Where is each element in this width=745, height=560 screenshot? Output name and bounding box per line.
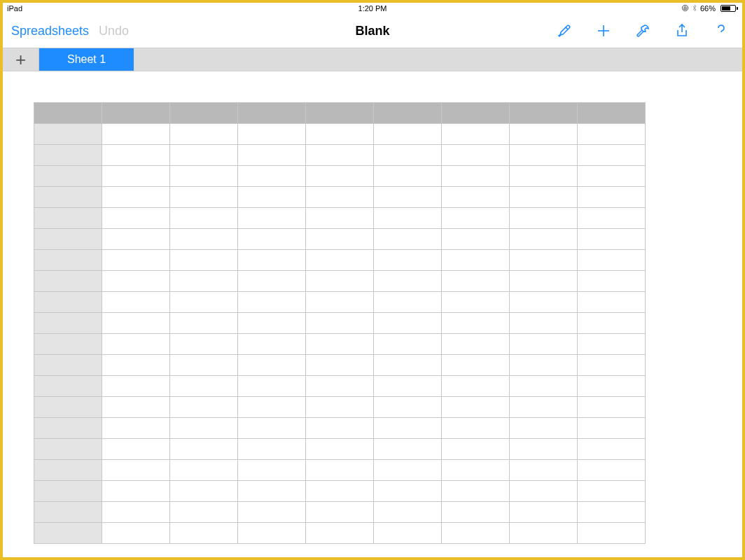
cell[interactable] [306, 292, 374, 313]
cell[interactable] [578, 397, 646, 418]
cell[interactable] [510, 187, 578, 208]
cell[interactable] [102, 460, 170, 481]
cell[interactable] [510, 523, 578, 544]
cell[interactable] [374, 481, 442, 502]
cell[interactable] [578, 145, 646, 166]
cell[interactable] [510, 124, 578, 145]
cell[interactable] [170, 355, 238, 376]
cell[interactable] [238, 439, 306, 460]
cell[interactable] [510, 292, 578, 313]
row-header[interactable] [34, 502, 102, 523]
cell[interactable] [306, 523, 374, 544]
cell[interactable] [374, 250, 442, 271]
row-header[interactable] [34, 418, 102, 439]
cell[interactable] [374, 271, 442, 292]
cell[interactable] [170, 481, 238, 502]
cell[interactable] [238, 418, 306, 439]
cell[interactable] [238, 208, 306, 229]
cell[interactable] [170, 145, 238, 166]
cell[interactable] [170, 166, 238, 187]
column-header[interactable] [238, 103, 306, 124]
column-header[interactable] [442, 103, 510, 124]
cell[interactable] [306, 229, 374, 250]
grid-corner[interactable] [34, 103, 102, 124]
cell[interactable] [102, 124, 170, 145]
cell[interactable] [442, 502, 510, 523]
cell[interactable] [170, 397, 238, 418]
cell[interactable] [578, 439, 646, 460]
cell[interactable] [442, 397, 510, 418]
cell[interactable] [170, 313, 238, 334]
cell[interactable] [306, 481, 374, 502]
cell[interactable] [170, 502, 238, 523]
cell[interactable] [578, 124, 646, 145]
cell[interactable] [374, 208, 442, 229]
cell[interactable] [306, 313, 374, 334]
spreadsheet-grid[interactable] [34, 102, 646, 544]
cell[interactable] [510, 166, 578, 187]
cell[interactable] [578, 313, 646, 334]
cell[interactable] [442, 229, 510, 250]
cell[interactable] [170, 124, 238, 145]
cell[interactable] [170, 376, 238, 397]
cell[interactable] [306, 439, 374, 460]
cell[interactable] [306, 418, 374, 439]
cell[interactable] [102, 523, 170, 544]
plus-icon[interactable] [595, 22, 612, 39]
cell[interactable] [510, 397, 578, 418]
cell[interactable] [170, 229, 238, 250]
cell[interactable] [578, 481, 646, 502]
cell[interactable] [510, 313, 578, 334]
cell[interactable] [306, 376, 374, 397]
cell[interactable] [442, 208, 510, 229]
cell[interactable] [442, 187, 510, 208]
cell[interactable] [578, 292, 646, 313]
cell[interactable] [238, 334, 306, 355]
cell[interactable] [578, 166, 646, 187]
cell[interactable] [238, 481, 306, 502]
cell[interactable] [170, 460, 238, 481]
cell[interactable] [306, 334, 374, 355]
cell[interactable] [306, 460, 374, 481]
cell[interactable] [510, 481, 578, 502]
cell[interactable] [306, 166, 374, 187]
row-header[interactable] [34, 439, 102, 460]
cell[interactable] [306, 250, 374, 271]
cell[interactable] [306, 187, 374, 208]
cell[interactable] [510, 418, 578, 439]
row-header[interactable] [34, 124, 102, 145]
cell[interactable] [374, 418, 442, 439]
cell[interactable] [578, 376, 646, 397]
column-header[interactable] [374, 103, 442, 124]
cell[interactable] [510, 439, 578, 460]
cell[interactable] [374, 502, 442, 523]
row-header[interactable] [34, 187, 102, 208]
cell[interactable] [238, 124, 306, 145]
cell[interactable] [578, 271, 646, 292]
cell[interactable] [442, 523, 510, 544]
cell[interactable] [102, 313, 170, 334]
cell[interactable] [306, 355, 374, 376]
cell[interactable] [170, 250, 238, 271]
row-header[interactable] [34, 460, 102, 481]
cell[interactable] [170, 439, 238, 460]
cell[interactable] [374, 397, 442, 418]
cell[interactable] [374, 376, 442, 397]
cell[interactable] [306, 271, 374, 292]
cell[interactable] [238, 523, 306, 544]
cell[interactable] [170, 418, 238, 439]
cell[interactable] [102, 376, 170, 397]
cell[interactable] [374, 334, 442, 355]
cell[interactable] [170, 208, 238, 229]
cell[interactable] [442, 376, 510, 397]
cell[interactable] [442, 313, 510, 334]
row-header[interactable] [34, 481, 102, 502]
cell[interactable] [578, 460, 646, 481]
cell[interactable] [442, 250, 510, 271]
cell[interactable] [442, 166, 510, 187]
cell[interactable] [102, 334, 170, 355]
cell[interactable] [578, 502, 646, 523]
add-sheet-button[interactable]: + [3, 48, 39, 71]
row-header[interactable] [34, 397, 102, 418]
row-header[interactable] [34, 229, 102, 250]
